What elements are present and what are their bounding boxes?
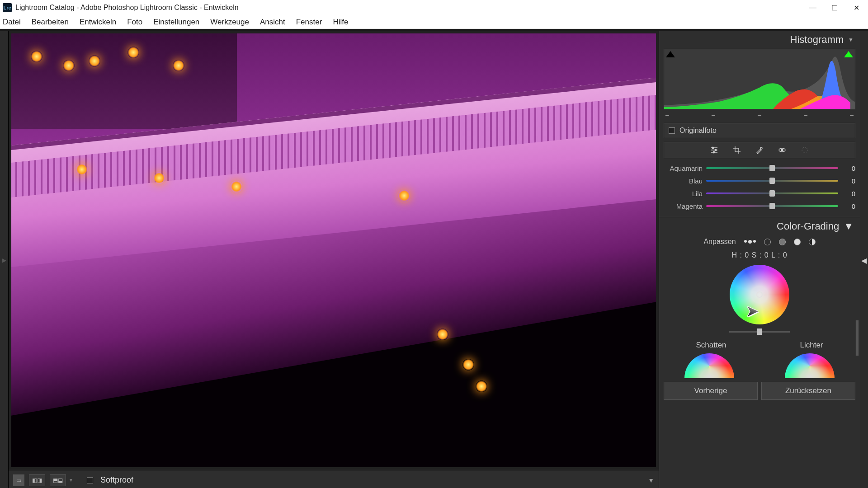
view-before-after-tb-button[interactable]: ⬒⬓: [50, 474, 66, 486]
crop-icon[interactable]: [732, 145, 741, 155]
slider-value: 0: [842, 190, 855, 197]
slider-label: Aquamarin: [664, 164, 703, 172]
color-grading-collapse-icon[interactable]: ▼: [844, 221, 854, 232]
maximize-button[interactable]: ☐: [830, 3, 839, 12]
view-shadows-icon[interactable]: [764, 239, 771, 245]
edit-sliders-icon[interactable]: [710, 145, 719, 155]
luminance-thumb[interactable]: [757, 328, 762, 335]
menu-ansicht[interactable]: Ansicht: [260, 18, 285, 27]
histogram-header[interactable]: Histogramm ▼: [659, 31, 860, 49]
svg-point-3: [760, 147, 762, 149]
slider-label: Lila: [664, 190, 703, 197]
slider-track[interactable]: [706, 192, 838, 194]
histogram-display[interactable]: [664, 49, 855, 109]
left-panel-toggle[interactable]: ▶: [0, 31, 8, 488]
original-photo-label: Originalfoto: [679, 127, 717, 135]
slider-thumb[interactable]: [769, 165, 775, 171]
slider-row-blau: Blau0: [664, 174, 855, 187]
slider-row-lila: Lila0: [664, 187, 855, 200]
softproof-label: Softproof: [100, 475, 133, 485]
reset-button[interactable]: Zurücksetzen: [761, 382, 855, 400]
menu-foto[interactable]: Foto: [127, 18, 142, 27]
healing-brush-icon[interactable]: [755, 145, 764, 155]
slider-row-aquamarin: Aquamarin0: [664, 162, 855, 174]
title-bar: Lrc Lightroom Catalog - Adobe Photoshop …: [0, 0, 868, 15]
menu-bar: Datei Bearbeiten Entwickeln Foto Einstel…: [0, 15, 868, 29]
menu-werkzeuge[interactable]: Werkzeuge: [210, 18, 249, 27]
histogram-collapse-icon[interactable]: ▼: [848, 37, 854, 43]
highlights-color-wheel[interactable]: [785, 353, 835, 378]
slider-thumb[interactable]: [769, 178, 775, 184]
image-preview[interactable]: [11, 33, 656, 467]
view-loupe-button[interactable]: ▭: [13, 474, 24, 486]
svg-point-1: [715, 149, 717, 151]
slider-thumb[interactable]: [769, 190, 775, 197]
highlights-label: Lichter: [800, 341, 823, 350]
view-global-icon[interactable]: [809, 239, 816, 245]
panel-scrollbar[interactable]: [855, 320, 859, 356]
image-footer: ▭ ◧◨ ⬒⬓ ▼ Softproof ▼: [9, 470, 659, 488]
right-panel: Histogramm ▼ ––––– Originalfoto: [659, 31, 860, 488]
right-panel-toggle[interactable]: ◀: [860, 31, 868, 488]
adjust-label: Anpassen: [703, 238, 736, 246]
softproof-checkbox[interactable]: [87, 477, 93, 483]
histogram-label: Histogramm: [790, 34, 844, 46]
masking-icon[interactable]: [800, 145, 809, 155]
color-wheel-handle[interactable]: [756, 291, 763, 298]
svg-point-0: [712, 147, 714, 149]
svg-point-6: [802, 147, 807, 153]
slider-label: Blau: [664, 177, 703, 185]
toolbar-options-dropdown[interactable]: ▼: [648, 477, 654, 484]
svg-point-2: [713, 151, 715, 153]
slider-thumb[interactable]: [769, 203, 775, 209]
window-title: Lightroom Catalog - Adobe Photoshop Ligh…: [15, 4, 808, 12]
original-photo-row[interactable]: Originalfoto: [664, 123, 855, 138]
minimize-button[interactable]: —: [808, 3, 817, 12]
midtones-color-wheel[interactable]: ➤: [730, 265, 789, 324]
view-highlights-icon[interactable]: [794, 239, 801, 245]
develop-tool-strip: [664, 142, 855, 158]
menu-bearbeiten[interactable]: Bearbeiten: [32, 18, 69, 27]
slider-value: 0: [842, 202, 855, 210]
original-photo-checkbox[interactable]: [669, 127, 675, 134]
shadows-label: Schatten: [696, 341, 726, 350]
luminance-slider[interactable]: [729, 331, 790, 333]
hsl-sliders: Aquamarin0Blau0Lila0Magenta0: [664, 162, 855, 212]
slider-track[interactable]: [706, 205, 838, 207]
redeye-icon[interactable]: [778, 145, 787, 155]
menu-fenster[interactable]: Fenster: [296, 18, 322, 27]
view-3way-icon[interactable]: [744, 240, 756, 244]
hsl-readout: H : 0 S : 0 L : 0: [659, 251, 860, 259]
slider-track[interactable]: [706, 167, 838, 169]
slider-row-magenta: Magenta0: [664, 200, 855, 212]
previous-button[interactable]: Vorherige: [664, 382, 758, 400]
view-before-after-lr-button[interactable]: ◧◨: [29, 474, 45, 486]
color-grading-label: Color-Grading: [777, 221, 839, 232]
slider-label: Magenta: [664, 202, 703, 210]
menu-datei[interactable]: Datei: [3, 18, 21, 27]
histogram-axis: –––––: [665, 111, 854, 118]
shadows-color-wheel[interactable]: [684, 353, 734, 378]
svg-point-5: [781, 149, 783, 151]
view-mode-dropdown[interactable]: ▼: [69, 478, 73, 483]
color-grading-adjust-row: Anpassen: [659, 238, 860, 246]
slider-value: 0: [842, 177, 855, 185]
menu-hilfe[interactable]: Hilfe: [333, 18, 348, 27]
color-grading-header[interactable]: Color-Grading ▼: [659, 217, 860, 235]
close-button[interactable]: ✕: [852, 3, 861, 12]
cursor-icon: ➤: [746, 302, 759, 320]
menu-entwickeln[interactable]: Entwickeln: [80, 18, 116, 27]
slider-value: 0: [842, 164, 855, 172]
app-icon: Lrc: [3, 3, 12, 12]
menu-einstellungen[interactable]: Einstellungen: [153, 18, 199, 27]
slider-track[interactable]: [706, 180, 838, 182]
view-midtones-icon[interactable]: [779, 239, 786, 245]
